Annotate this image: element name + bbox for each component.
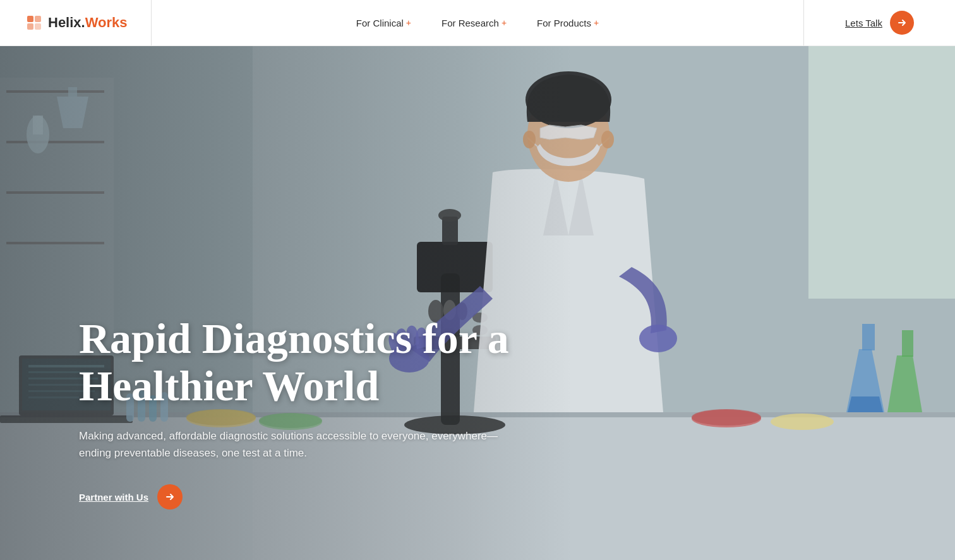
nav-products-plus: + <box>594 18 599 28</box>
svg-rect-0 <box>27 16 33 22</box>
partner-with-us-label[interactable]: Partner with Us <box>79 492 148 503</box>
partner-arrow-icon <box>165 492 175 502</box>
partner-with-us-button[interactable] <box>157 484 183 509</box>
nav-for-clinical[interactable]: For Clinical + <box>356 18 411 28</box>
navbar: Helix.Works For Clinical + For Research … <box>0 0 955 46</box>
nav-clinical-label: For Clinical <box>356 18 404 28</box>
nav-links: For Clinical + For Research + For Produc… <box>152 18 803 28</box>
logo-helix: Helix. <box>48 15 85 30</box>
nav-cta-area: Lets Talk <box>803 0 955 45</box>
logo-text[interactable]: Helix.Works <box>48 15 128 31</box>
arrow-right-icon <box>897 18 907 28</box>
logo-works: Works <box>85 15 128 30</box>
partner-button-area: Partner with Us <box>79 484 616 509</box>
nav-for-research[interactable]: For Research + <box>441 18 507 28</box>
nav-for-products[interactable]: For Products + <box>537 18 599 28</box>
hero-section: Rapid Diagnostics for a Healthier World … <box>0 46 955 560</box>
hero-content: Rapid Diagnostics for a Healthier World … <box>79 315 616 509</box>
lets-talk-button[interactable] <box>890 11 914 35</box>
logo-icon <box>25 14 43 32</box>
nav-research-label: For Research <box>441 18 499 28</box>
svg-rect-3 <box>35 23 41 30</box>
svg-rect-1 <box>35 16 41 22</box>
logo-area: Helix.Works <box>0 0 152 45</box>
nav-products-label: For Products <box>537 18 591 28</box>
lets-talk-label[interactable]: Lets Talk <box>845 18 882 28</box>
hero-title: Rapid Diagnostics for a Healthier World <box>79 315 616 410</box>
nav-clinical-plus: + <box>406 18 411 28</box>
svg-rect-2 <box>27 23 33 30</box>
nav-research-plus: + <box>502 18 507 28</box>
hero-subtitle: Making advanced, affordable diagnostic s… <box>79 427 508 462</box>
